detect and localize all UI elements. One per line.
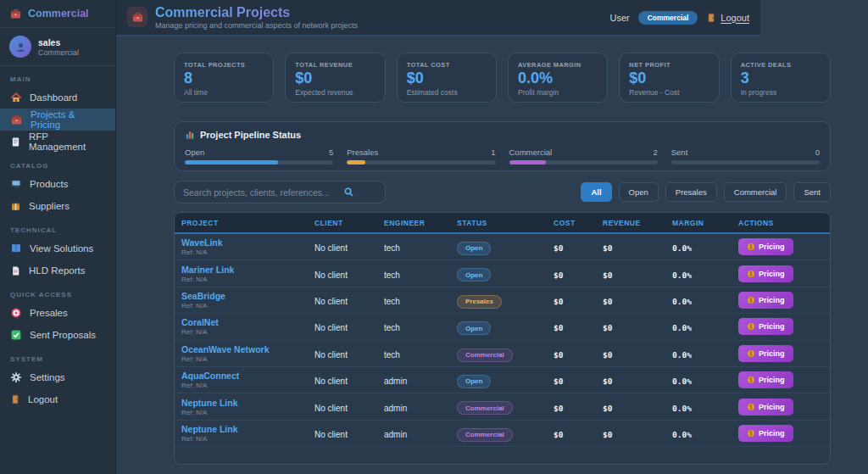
sidebar-item-logout[interactable]: Logout [0, 388, 115, 410]
project-name-link[interactable]: AquaConnect [181, 371, 301, 381]
project-name-link[interactable]: Neptune Link [181, 398, 301, 408]
sidebar-item-projects-pricing[interactable]: Projects & Pricing [0, 109, 115, 131]
table-row: WaveLinkRef: N/ANo clienttechOpen$0$00.0… [175, 234, 830, 260]
engineer-cell: admin [377, 372, 450, 388]
pricing-button[interactable]: Pricing [738, 399, 793, 415]
margin-value: 0.0% [672, 350, 692, 360]
client-cell: No client [308, 266, 377, 282]
revenue-cell: $0 [596, 239, 665, 254]
logout-link[interactable]: Logout [706, 13, 749, 23]
stat-sub: Estimated costs [407, 88, 487, 97]
project-name-link[interactable]: CoralNet [181, 317, 301, 327]
actions-cell: Pricing [732, 345, 830, 362]
sidebar-item-dashboard[interactable]: Dashboard [0, 86, 115, 109]
cost-value: $0 [554, 297, 563, 306]
project-name-link[interactable]: WaveLink [181, 237, 301, 248]
engineer-value: tech [384, 270, 400, 280]
cost-cell: $0 [547, 372, 596, 388]
pricing-button[interactable]: Pricing [738, 345, 793, 362]
engineer-cell: admin [377, 399, 450, 415]
engineer-cell: admin [377, 426, 450, 441]
pricing-button-label: Pricing [759, 243, 785, 251]
client-value: No client [314, 430, 348, 439]
project-name-link[interactable]: OceanWave Network [181, 344, 301, 354]
table-row: CoralNetRef: N/ANo clienttechOpen$0$00.0… [175, 314, 830, 340]
client-cell: No client [308, 239, 377, 254]
pricing-button[interactable]: Pricing [738, 371, 793, 388]
table-row: OceanWave NetworkRef: N/ANo clienttechCo… [175, 341, 830, 367]
revenue-cell: $0 [596, 319, 665, 334]
briefcase-icon [127, 7, 147, 27]
project-ref: Ref: N/A [181, 328, 301, 336]
pricing-button[interactable]: Pricing [738, 318, 793, 335]
stat-value: 3 [741, 70, 821, 86]
filter-button-presales[interactable]: Presales [665, 182, 717, 202]
stage-label: Sent [671, 148, 688, 157]
pricing-button[interactable]: Pricing [738, 265, 793, 282]
filter-button-commercial[interactable]: Commercial [724, 182, 787, 202]
revenue-value: $0 [603, 243, 612, 253]
money-icon [747, 296, 755, 304]
pricing-button[interactable]: Pricing [738, 292, 793, 309]
status-badge: Open [457, 242, 491, 255]
filter-button-all[interactable]: All [581, 182, 611, 202]
sidebar-item-hld-reports[interactable]: HLD Reports [0, 259, 115, 282]
cost-cell: $0 [547, 266, 596, 282]
money-icon [747, 270, 755, 278]
revenue-cell: $0 [596, 293, 665, 308]
sidebar-item-label: HLD Reports [29, 265, 85, 276]
package-icon [10, 201, 21, 212]
sidebar-item-presales[interactable]: Presales [0, 302, 115, 324]
pipeline-title: Project Pipeline Status [200, 130, 301, 140]
money-icon [747, 376, 755, 384]
stat-card-average-margin: AVERAGE MARGIN0.0%Profit margin [508, 53, 608, 103]
project-name-link[interactable]: Neptune Link [181, 424, 301, 434]
cost-value: $0 [554, 350, 563, 360]
sidebar-item-settings[interactable]: Settings [0, 366, 115, 388]
engineer-cell: tech [377, 239, 450, 254]
filter-button-open[interactable]: Open [619, 182, 659, 202]
column-header-status: STATUS [450, 219, 547, 227]
project-name-link[interactable]: SeaBridge [181, 291, 301, 301]
target-icon [10, 307, 22, 319]
margin-value: 0.0% [672, 404, 692, 413]
table-row: Mariner LinkRef: N/ANo clienttechOpen$0$… [175, 260, 830, 287]
pricing-button[interactable]: Pricing [738, 238, 793, 255]
projects-table: PROJECTCLIENTENGINEERSTATUSCOSTREVENUEMA… [174, 212, 831, 465]
engineer-cell: tech [377, 266, 450, 282]
cost-value: $0 [554, 323, 563, 332]
engineer-cell: tech [377, 319, 450, 334]
client-cell: No client [308, 426, 377, 441]
home-icon [10, 92, 22, 103]
sidebar-item-products[interactable]: Products [0, 173, 115, 195]
project-cell: CoralNetRef: N/A [175, 317, 308, 336]
user-area: User Commercial Logout [609, 11, 749, 25]
sidebar-item-rfp-management[interactable]: RFP Management [0, 131, 115, 153]
margin-cell: 0.0% [665, 293, 732, 308]
revenue-value: $0 [603, 404, 612, 413]
stat-value: $0 [407, 70, 487, 86]
stat-sub: In progress [741, 88, 821, 97]
door-icon [10, 394, 20, 404]
sidebar-user-card: sales Commercial [0, 28, 115, 66]
engineer-value: tech [384, 350, 400, 360]
sidebar-item-sent-proposals[interactable]: Sent Proposals [0, 324, 115, 346]
project-ref: Ref: N/A [181, 435, 301, 443]
table-row: SeaBridgeRef: N/ANo clienttechPresales$0… [175, 287, 830, 314]
project-name-link[interactable]: Mariner Link [181, 265, 301, 275]
stat-sub: Expected revenue [295, 88, 375, 97]
pipeline-title-row: Project Pipeline Status [185, 130, 820, 140]
stage-count: 5 [329, 148, 333, 157]
client-value: No client [314, 350, 348, 360]
stage-head: Sent0 [671, 148, 820, 157]
stat-label: TOTAL REVENUE [295, 61, 375, 69]
actions-cell: Pricing [732, 318, 830, 335]
sidebar-item-suppliers[interactable]: Suppliers [0, 195, 115, 217]
pricing-button[interactable]: Pricing [738, 425, 793, 442]
project-cell: OceanWave NetworkRef: N/A [175, 344, 308, 363]
table-body: WaveLinkRef: N/ANo clienttechOpen$0$00.0… [175, 234, 830, 447]
filter-button-sent[interactable]: Sent [793, 182, 831, 202]
revenue-value: $0 [603, 376, 612, 386]
sidebar-item-view-solutions[interactable]: View Solutions [0, 237, 115, 259]
stage-bar-fill [347, 160, 365, 165]
